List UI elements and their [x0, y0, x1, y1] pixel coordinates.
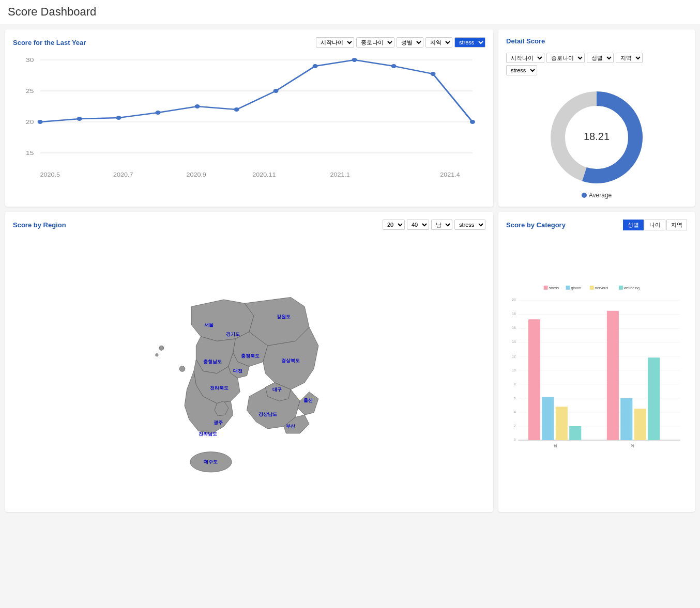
svg-text:2021.1: 2021.1	[330, 172, 350, 178]
donut-container: 18.21 Average	[506, 86, 687, 199]
detail-filters-row2: stress	[506, 65, 643, 75]
label-jeonbuk: 전라북도	[210, 385, 229, 391]
score-last-year-card: Score for the Last Year 시작나이 종로나이 성별 지역 …	[5, 29, 493, 207]
donut-legend: Average	[582, 192, 612, 199]
card-header-line: Score for the Last Year 시작나이 종로나이 성별 지역 …	[13, 37, 485, 48]
category-chart-title: Score by Category	[506, 221, 566, 229]
svg-text:2021.4: 2021.4	[440, 172, 460, 178]
svg-point-24	[431, 72, 436, 76]
label-seoul: 서울	[204, 322, 214, 328]
donut-svg: 18.21	[545, 86, 648, 189]
legend-gloom-label: gloom	[571, 286, 581, 290]
filter-start-age[interactable]: 시작나이	[316, 37, 354, 48]
bar-chart-svg: stress gloom nervous wellbeing 20 18 16 …	[506, 236, 687, 504]
xlabel-nam: 남	[554, 443, 557, 448]
bar-chart-area: stress gloom nervous wellbeing 20 18 16 …	[506, 236, 687, 504]
svg-point-21	[313, 64, 318, 68]
label-ulsan: 울산	[303, 398, 313, 403]
line-chart-filters: 시작나이 종로나이 성별 지역 stress	[316, 37, 485, 48]
label-gyeongnam: 경상남도	[258, 412, 277, 417]
legend-wellbeing-rect	[619, 286, 623, 290]
label-gyeonggi: 경기도	[226, 332, 240, 337]
tab-region[interactable]: 지역	[666, 220, 687, 230]
svg-text:0: 0	[514, 438, 516, 442]
svg-point-23	[391, 64, 397, 68]
svg-text:25: 25	[26, 88, 34, 94]
detail-score-card: Detail Score 시작나이 종로나이 성별 지역 stress	[498, 29, 695, 207]
region-filter-age2[interactable]: 40	[407, 220, 429, 230]
island3	[179, 366, 185, 372]
filter-region[interactable]: 지역	[425, 37, 452, 48]
label-gangwon: 강원도	[277, 314, 291, 319]
svg-text:12: 12	[512, 354, 516, 358]
bar-nam-wellbeing	[569, 426, 581, 440]
korea-map-svg: 서울 경기도 강원도 충청북도 충청남도 대전 경상북도 전라북도 대구 울산 …	[13, 235, 485, 493]
svg-point-15	[77, 117, 82, 121]
page-title: Score Dashboard	[0, 0, 700, 24]
xlabel-yeo: 여	[631, 443, 634, 448]
island1	[159, 346, 164, 350]
svg-text:2020.9: 2020.9	[187, 172, 206, 178]
svg-text:20: 20	[26, 119, 34, 125]
region-filter-metric[interactable]: stress	[454, 220, 485, 230]
detail-filter-region[interactable]: 지역	[616, 53, 643, 63]
region-chart-title: Score by Region	[13, 221, 66, 229]
svg-point-25	[470, 120, 475, 124]
label-daejeon: 대전	[233, 368, 242, 373]
detail-score-header: Detail Score 시작나이 종로나이 성별 지역 stress	[506, 37, 687, 75]
line-chart-title: Score for the Last Year	[13, 39, 86, 46]
legend-wellbeing-label: wellbeing	[623, 286, 640, 290]
svg-text:8: 8	[514, 382, 516, 386]
svg-text:18.21: 18.21	[584, 131, 610, 142]
bar-nam-stress	[528, 319, 540, 440]
label-gwangju: 광주	[214, 420, 223, 425]
region-filter-gender[interactable]: 남	[431, 220, 452, 230]
region-card-header: Score by Region 20 40 남 stress	[13, 220, 485, 230]
bar-nam-gloom	[542, 397, 554, 440]
map-regions	[156, 298, 318, 472]
bar-yeo-stress	[607, 311, 619, 440]
svg-text:16: 16	[512, 326, 516, 330]
legend-stress-label: stress	[549, 286, 559, 290]
filter-end-age[interactable]: 종로나이	[356, 37, 394, 48]
legend-dot-average	[582, 193, 587, 198]
category-tab-buttons: 성별 나이 지역	[623, 220, 687, 230]
label-gyeongbuk: 경상북도	[281, 358, 300, 363]
bar-nam-nervous	[556, 407, 568, 440]
legend-label-average: Average	[589, 192, 612, 199]
svg-text:15: 15	[26, 150, 34, 156]
svg-point-19	[234, 107, 239, 112]
detail-filter-end-age[interactable]: 종로나이	[546, 53, 585, 63]
tab-age[interactable]: 나이	[645, 220, 665, 230]
detail-filter-start-age[interactable]: 시작나이	[506, 53, 544, 63]
label-jeonnam: 전라남도	[199, 431, 217, 436]
score-by-region-card: Score by Region 20 40 남 stress	[5, 212, 493, 512]
tab-gender[interactable]: 성별	[623, 220, 644, 230]
score-by-category-card: Score by Category 성별 나이 지역 stress gloom …	[498, 212, 695, 512]
label-busan: 부산	[286, 424, 296, 429]
svg-text:2020.7: 2020.7	[113, 172, 133, 178]
svg-point-17	[156, 111, 161, 115]
svg-text:4: 4	[514, 410, 516, 414]
legend-nervous-rect	[590, 286, 594, 290]
filter-gender[interactable]: 성별	[397, 37, 423, 48]
svg-text:2020.5: 2020.5	[40, 172, 60, 178]
line-chart-area: 30 25 20 15 2020.5 2020.7 2020.9 2020.11…	[13, 53, 485, 187]
bar-yeo-nervous	[634, 409, 646, 440]
island2	[156, 353, 158, 356]
label-jeju: 제주도	[204, 459, 218, 464]
svg-text:20: 20	[512, 298, 516, 302]
svg-text:2020.11: 2020.11	[252, 172, 276, 178]
svg-point-14	[38, 120, 43, 124]
bar-yeo-gloom	[620, 398, 632, 440]
category-card-header: Score by Category 성별 나이 지역	[506, 220, 687, 230]
svg-text:10: 10	[512, 368, 516, 372]
region-filter-age1[interactable]: 20	[383, 220, 405, 230]
korea-map-container: 서울 경기도 강원도 충청북도 충청남도 대전 경상북도 전라북도 대구 울산 …	[13, 235, 485, 493]
bar-yeo-wellbeing	[648, 357, 660, 440]
svg-point-22	[352, 58, 357, 62]
svg-text:6: 6	[514, 396, 516, 400]
detail-filter-metric[interactable]: stress	[506, 65, 537, 75]
detail-filter-gender[interactable]: 성별	[587, 53, 614, 63]
filter-metric-line[interactable]: stress	[454, 37, 485, 48]
